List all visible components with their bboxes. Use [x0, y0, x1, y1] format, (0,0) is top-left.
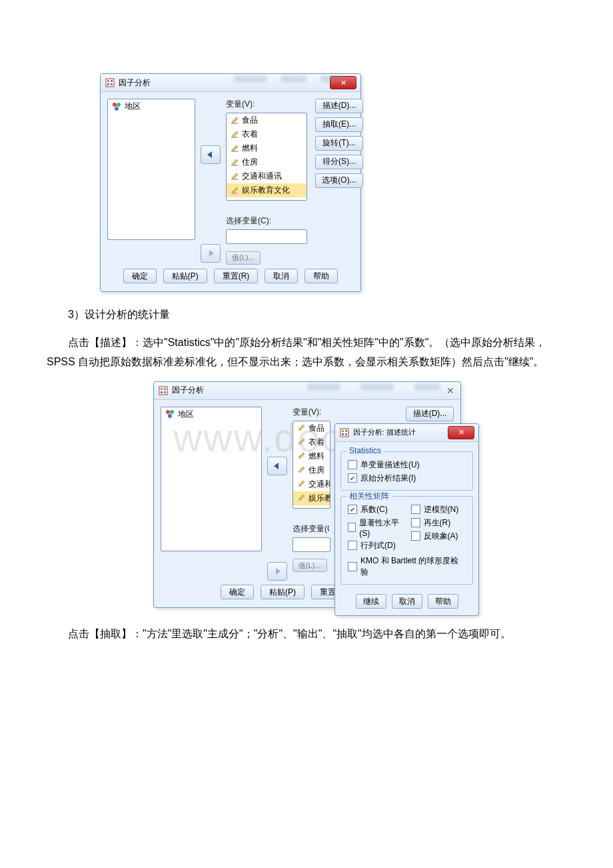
scale-icon: [231, 145, 239, 153]
list-item-label: 交通和通讯: [308, 479, 330, 490]
checkbox-label: 系数(C): [360, 504, 388, 515]
list-item[interactable]: 食品: [293, 421, 330, 435]
scores-button[interactable]: 得分(S)...: [315, 155, 363, 169]
list-item-label: 衣着: [308, 437, 324, 448]
arrow-left-icon: [273, 462, 282, 470]
cancel-button[interactable]: 取消: [265, 269, 298, 283]
rotate-button[interactable]: 旋转(T)...: [315, 136, 363, 151]
list-item-label: 交通和通讯: [242, 171, 282, 182]
list-item[interactable]: 食品: [227, 113, 306, 127]
svg-rect-14: [159, 387, 167, 395]
paste-button[interactable]: 粘贴(P): [261, 585, 305, 599]
scale-icon: [231, 117, 239, 125]
list-item-label: 燃料: [242, 143, 258, 154]
list-item[interactable]: 娱乐教育文化: [227, 183, 306, 197]
svg-rect-18: [164, 391, 166, 393]
svg-rect-13: [231, 193, 238, 194]
close-icon: ✕: [340, 79, 346, 87]
group-legend: Statistics: [346, 446, 384, 455]
describe-button[interactable]: 描述(D)...: [315, 99, 363, 113]
paste-button[interactable]: 粘贴(P): [163, 269, 207, 283]
list-item-label: 地区: [178, 409, 194, 420]
help-button[interactable]: 帮助: [428, 594, 458, 609]
scale-icon: [297, 438, 305, 446]
inverse-checkbox[interactable]: 逆模型(N): [411, 504, 466, 515]
move-to-selection-button[interactable]: [267, 562, 287, 581]
move-to-selection-button[interactable]: [201, 244, 221, 263]
continue-button[interactable]: 继续: [356, 594, 386, 609]
list-item-label: 地区: [125, 101, 141, 112]
describe-statistics-dialog: 因子分析: 描述统计 ✕ Statistics 单变量描述性(U) 原始分析结果…: [334, 423, 479, 616]
dialog-title: 因子分析: [172, 385, 204, 396]
svg-rect-25: [342, 433, 344, 435]
svg-rect-11: [231, 165, 238, 166]
move-to-variables-button[interactable]: [267, 457, 287, 475]
variables-list[interactable]: 食品 衣着 燃料 住房 交通和通讯 娱乐教育文化: [226, 113, 307, 201]
arrow-left-icon: [206, 151, 215, 159]
ok-button[interactable]: 确定: [123, 269, 157, 283]
list-item[interactable]: 地区: [108, 99, 195, 113]
extract-button[interactable]: 抽取(E)...: [315, 117, 363, 132]
dialog-title: 因子分析: 描述统计: [353, 427, 416, 437]
svg-point-20: [170, 410, 174, 414]
source-variables-list[interactable]: 地区: [107, 99, 195, 240]
scale-icon: [297, 480, 305, 488]
list-item[interactable]: 住房: [227, 155, 306, 169]
close-button[interactable]: ✕: [444, 385, 456, 397]
list-item[interactable]: 衣着: [293, 435, 330, 449]
svg-rect-15: [161, 388, 163, 390]
determinant-checkbox[interactable]: 行列式(D): [348, 540, 403, 551]
nominal-icon: [112, 102, 121, 111]
svg-point-7: [115, 107, 119, 111]
coefficients-checkbox[interactable]: 系数(C): [348, 504, 403, 515]
close-icon: ✕: [458, 428, 464, 437]
ok-button[interactable]: 确定: [221, 585, 254, 599]
list-item-label: 燃料: [308, 451, 324, 462]
list-item[interactable]: 住房: [293, 463, 330, 477]
svg-rect-3: [107, 83, 109, 85]
paragraph-step3: 3）设计分析的统计量: [47, 305, 566, 325]
group-legend: 相关性矩阵: [346, 491, 392, 502]
app-icon: [158, 385, 169, 396]
list-item[interactable]: 燃料: [227, 141, 306, 155]
selection-variable-input[interactable]: [226, 229, 307, 244]
close-button[interactable]: ✕: [448, 426, 474, 439]
svg-point-5: [113, 103, 117, 107]
svg-point-6: [117, 103, 121, 107]
svg-rect-0: [106, 79, 114, 87]
describe-button[interactable]: 描述(D)...: [406, 407, 454, 421]
kmo-bartlett-checkbox[interactable]: KMO 和 Bartlett 的球形度检验: [348, 555, 466, 578]
move-to-variables-button[interactable]: [201, 145, 221, 164]
paragraph-extract: 点击【抽取】："方法"里选取"主成分"；"分析"、"输出"、"抽取"均选中各自的…: [47, 625, 566, 644]
arrow-right-icon: [273, 567, 282, 575]
cancel-button[interactable]: 取消: [392, 594, 422, 609]
svg-rect-9: [231, 137, 238, 138]
initial-solution-checkbox[interactable]: 原始分析结果(I): [348, 473, 466, 484]
reproduced-checkbox[interactable]: 再生(R): [411, 517, 466, 529]
variables-label: 变量(V):: [293, 407, 330, 418]
svg-rect-8: [231, 123, 238, 124]
options-button[interactable]: 选项(O)...: [315, 173, 363, 188]
help-button[interactable]: 帮助: [305, 269, 338, 283]
source-variables-list[interactable]: 地区: [161, 407, 262, 551]
correlation-matrix-group: 相关性矩阵 系数(C) 显著性水平(S) 行列式(D) 逆模型(N) 再生(R)…: [340, 496, 473, 585]
selection-variable-input[interactable]: [293, 537, 330, 552]
list-item[interactable]: 衣着: [227, 127, 306, 141]
variables-list[interactable]: 食品 衣着 燃料 住房 交通和通讯 娱乐教育文化: [293, 421, 330, 509]
scale-icon: [231, 131, 239, 139]
svg-rect-4: [111, 83, 113, 85]
dialog-button-row: 确定 粘贴(P) 重置(R) 取消 帮助: [107, 265, 354, 286]
svg-point-21: [168, 414, 172, 418]
list-item[interactable]: 交通和通讯: [293, 477, 330, 491]
checkbox-label: 单变量描述性(U): [360, 459, 420, 471]
scale-icon: [297, 494, 305, 502]
significance-checkbox[interactable]: 显著性水平(S): [348, 517, 403, 538]
univariate-checkbox[interactable]: 单变量描述性(U): [348, 459, 466, 471]
list-item[interactable]: 交通和通讯: [227, 169, 306, 183]
subdialog-button-row: 继续 取消 帮助: [340, 590, 473, 611]
list-item[interactable]: 燃料: [293, 449, 330, 463]
anti-image-checkbox[interactable]: 反映象(A): [411, 531, 466, 542]
reset-button[interactable]: 重置(R): [214, 269, 259, 283]
list-item[interactable]: 娱乐教育文化: [293, 491, 330, 505]
list-item[interactable]: 地区: [161, 407, 261, 421]
